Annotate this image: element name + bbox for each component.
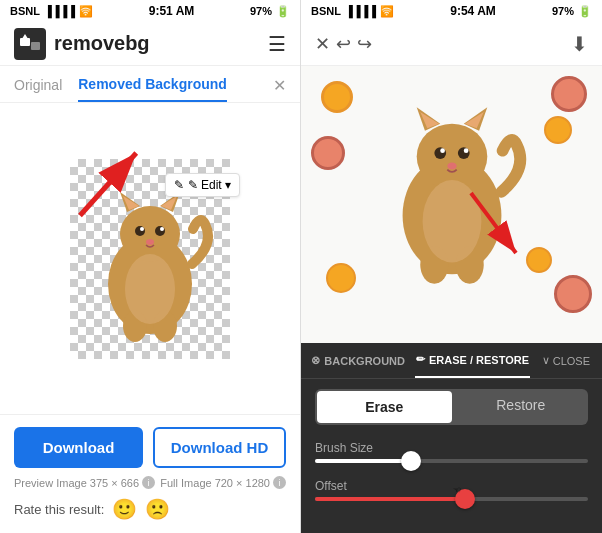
status-right-left: 97% 🔋 (250, 5, 290, 18)
svg-point-11 (140, 227, 144, 231)
logo-area: removebg (14, 28, 150, 60)
status-left-right: BSNL ▐▐▐▐ 🛜 (311, 5, 394, 18)
brush-size-track[interactable] (315, 459, 588, 463)
full-label: Full Image (160, 477, 211, 489)
tab-background-label: BACKGROUND (324, 355, 405, 367)
fruit-4 (311, 136, 345, 170)
right-bottom-panel: ⊗ BACKGROUND ✏ ERASE / RESTORE ∨ CLOSE E… (301, 343, 602, 533)
carrier-left: BSNL (10, 5, 40, 17)
offset-fill (315, 497, 465, 501)
close-button-right[interactable]: ✕ (315, 33, 330, 55)
svg-point-13 (146, 239, 154, 245)
close-tool-button[interactable]: ∨ CLOSE (530, 343, 602, 378)
undo-button[interactable]: ↩ (336, 33, 351, 55)
fruit-3 (544, 116, 572, 144)
tab-erase[interactable]: ✏ ERASE / RESTORE (415, 343, 529, 378)
status-bar-left: BSNL ▐▐▐▐ 🛜 9:51 AM 97% 🔋 (0, 0, 300, 22)
tab-erase-label: ERASE / RESTORE (429, 354, 529, 366)
download-button[interactable]: Download (14, 427, 143, 468)
tabs-row: Original Removed Background ✕ (0, 66, 300, 103)
tab-background[interactable]: ⊗ BACKGROUND (301, 343, 415, 378)
svg-rect-1 (31, 42, 40, 50)
nav-bar-left: removebg ☰ (0, 22, 300, 66)
preview-label: Preview Image (14, 477, 87, 489)
hand-icon: ☜ (453, 485, 461, 495)
offset-label: Offset (315, 479, 588, 493)
menu-button[interactable]: ☰ (268, 32, 286, 56)
chevron-down-icon: ∨ (542, 354, 550, 367)
battery-icon-right: 🔋 (578, 5, 592, 18)
download-row: Download Download HD (14, 427, 286, 468)
offset-row: Offset ☜ (301, 473, 602, 511)
signal-icon-right: ▐▐▐▐ (345, 5, 376, 17)
svg-point-16 (125, 254, 175, 324)
battery-left: 97% (250, 5, 272, 17)
nav-left-right: ✕ ↩ ↪ (315, 33, 372, 55)
time-right: 9:54 AM (450, 4, 496, 18)
wifi-icon-right: 🛜 (380, 5, 394, 18)
status-bar-right: BSNL ▐▐▐▐ 🛜 9:54 AM 97% 🔋 (301, 0, 602, 22)
redo-button[interactable]: ↪ (357, 33, 372, 55)
preview-info-icon[interactable]: i (142, 476, 155, 489)
status-right-right: 97% 🔋 (552, 5, 592, 18)
svg-point-4 (120, 206, 180, 262)
wifi-icon: 🛜 (79, 5, 93, 18)
right-image-area (301, 66, 602, 343)
brush-size-thumb[interactable] (401, 451, 421, 471)
erase-button[interactable]: Erase (317, 391, 452, 423)
signal-icon: ▐▐▐▐ (44, 5, 75, 17)
close-tool-label: CLOSE (553, 355, 590, 367)
right-panel: BSNL ▐▐▐▐ 🛜 9:54 AM 97% 🔋 ✕ ↩ ↪ ⬇ (301, 0, 602, 533)
preview-info: Preview Image 375 × 666 i (14, 476, 155, 489)
cat-image (85, 174, 215, 344)
left-panel: BSNL ▐▐▐▐ 🛜 9:51 AM 97% 🔋 removebg ☰ Ori… (0, 0, 301, 533)
sad-emoji[interactable]: 🙁 (145, 497, 170, 521)
edit-button[interactable]: ✎ ✎ Edit ▾ (165, 173, 240, 197)
svg-point-29 (447, 162, 456, 169)
svg-point-25 (434, 147, 446, 159)
logo-icon (14, 28, 46, 60)
svg-point-10 (155, 226, 165, 236)
svg-point-26 (457, 147, 469, 159)
brush-size-row: Brush Size (301, 435, 602, 473)
svg-point-20 (416, 124, 487, 190)
full-info-icon[interactable]: i (273, 476, 286, 489)
fruit-5 (326, 263, 356, 293)
svg-line-34 (471, 193, 516, 253)
restore-button[interactable]: Restore (454, 389, 589, 425)
close-tab-button[interactable]: ✕ (273, 76, 286, 95)
red-arrow-right (451, 183, 541, 273)
offset-thumb[interactable]: ☜ (455, 489, 475, 509)
rate-row: Rate this result: 🙂 🙁 (14, 497, 286, 521)
erase-restore-buttons: Erase Restore (315, 389, 588, 425)
svg-point-27 (440, 148, 445, 153)
logo-svg (19, 33, 41, 55)
status-left: BSNL ▐▐▐▐ 🛜 (10, 5, 93, 18)
svg-point-9 (135, 226, 145, 236)
layers-icon: ⊗ (311, 354, 320, 367)
cat-image-container: ✎ ✎ Edit ▾ (70, 159, 230, 359)
fruit-2 (551, 76, 587, 112)
logo-text: removebg (54, 32, 150, 55)
right-nav: ✕ ↩ ↪ ⬇ (301, 22, 602, 66)
full-info: Full Image 720 × 1280 i (160, 476, 286, 489)
tab-removed[interactable]: Removed Background (78, 76, 227, 102)
offset-track[interactable]: ☜ (315, 497, 588, 501)
edit-label: ✎ Edit ▾ (188, 178, 231, 192)
carrier-right: BSNL (311, 5, 341, 17)
preview-size: 375 × 666 (90, 477, 139, 489)
happy-emoji[interactable]: 🙂 (112, 497, 137, 521)
fruit-6 (554, 275, 592, 313)
bottom-actions: Download Download HD Preview Image 375 ×… (0, 414, 300, 533)
tab-original[interactable]: Original (14, 77, 62, 101)
svg-point-12 (160, 227, 164, 231)
full-size: 720 × 1280 (215, 477, 270, 489)
image-info: Preview Image 375 × 666 i Full Image 720… (14, 476, 286, 489)
fruit-1 (321, 81, 353, 113)
battery-icon-left: 🔋 (276, 5, 290, 18)
download-hd-button[interactable]: Download HD (153, 427, 286, 468)
download-icon-right[interactable]: ⬇ (571, 32, 588, 56)
battery-right: 97% (552, 5, 574, 17)
tool-tabs: ⊗ BACKGROUND ✏ ERASE / RESTORE ∨ CLOSE (301, 343, 602, 379)
svg-point-28 (463, 148, 468, 153)
